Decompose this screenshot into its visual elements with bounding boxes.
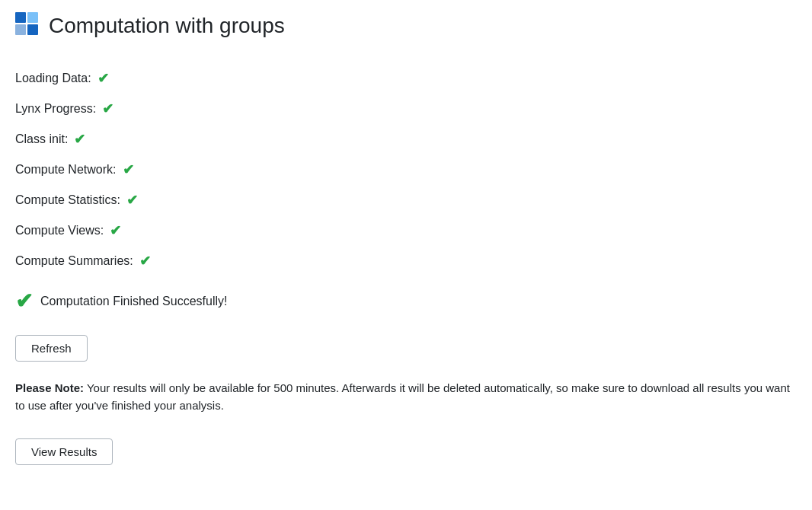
status-label: Class init: <box>15 132 68 146</box>
svg-rect-1 <box>15 24 26 35</box>
status-item-lynx-progress: Lynx Progress:✔ <box>15 100 797 117</box>
status-check-icon: ✔ <box>74 131 85 148</box>
status-label: Lynx Progress: <box>15 102 96 116</box>
status-label: Compute Views: <box>15 224 104 237</box>
status-item-compute-summaries: Compute Summaries:✔ <box>15 253 797 269</box>
note-text: Your results will only be available for … <box>15 381 790 412</box>
status-item-loading-data: Loading Data:✔ <box>15 70 797 87</box>
svg-rect-3 <box>27 24 38 35</box>
svg-rect-2 <box>27 12 38 23</box>
completion-check-icon: ✔ <box>15 291 33 312</box>
status-check-icon: ✔ <box>139 253 151 269</box>
status-item-compute-views: Compute Views:✔ <box>15 222 797 239</box>
status-label: Compute Summaries: <box>15 254 133 268</box>
status-check-icon: ✔ <box>102 100 113 117</box>
status-item-compute-statistics: Compute Statistics:✔ <box>15 192 797 209</box>
refresh-button[interactable]: Refresh <box>15 335 88 362</box>
completion-text: Computation Finished Succesfully! <box>40 295 227 308</box>
svg-rect-0 <box>15 12 26 23</box>
status-check-icon: ✔ <box>126 192 138 209</box>
completion-row: ✔ Computation Finished Succesfully! <box>15 291 797 312</box>
status-label: Compute Network: <box>15 163 117 177</box>
note-bold: Please Note: <box>15 381 84 394</box>
status-label: Compute Statistics: <box>15 193 120 207</box>
status-item-compute-network: Compute Network:✔ <box>15 161 797 178</box>
status-check-icon: ✔ <box>98 70 109 87</box>
status-check-icon: ✔ <box>110 222 121 239</box>
page-header: Computation with groups <box>15 12 797 40</box>
page-title: Computation with groups <box>49 14 285 38</box>
view-results-button[interactable]: View Results <box>15 438 113 465</box>
status-check-icon: ✔ <box>123 161 134 178</box>
app-logo-icon <box>15 12 43 40</box>
status-item-class-init: Class init:✔ <box>15 131 797 148</box>
status-list: Loading Data:✔Lynx Progress:✔Class init:… <box>15 70 797 269</box>
status-label: Loading Data: <box>15 72 91 85</box>
note-section: Please Note: Your results will only be a… <box>15 380 797 414</box>
